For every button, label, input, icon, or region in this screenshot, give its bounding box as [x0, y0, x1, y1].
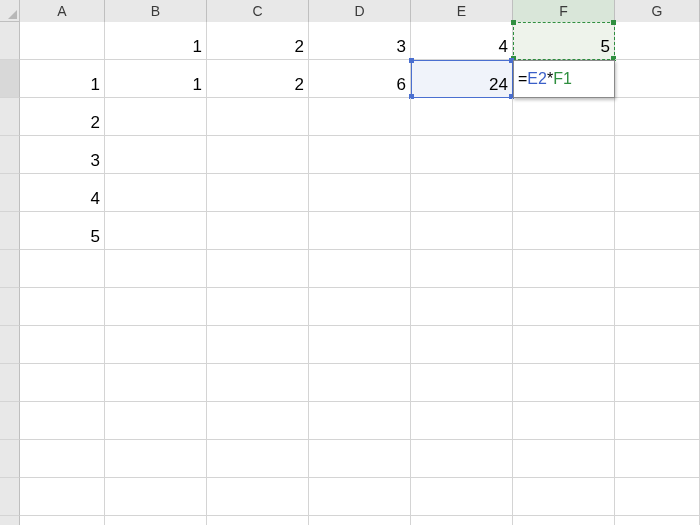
cell-C9[interactable] — [207, 326, 309, 364]
cell-G4[interactable] — [615, 136, 700, 174]
cell-A9[interactable] — [20, 326, 105, 364]
cell-E13[interactable] — [411, 478, 513, 516]
col-header-G[interactable]: G — [615, 0, 700, 22]
cell-B14[interactable] — [105, 516, 207, 525]
cell-F7[interactable] — [513, 250, 615, 288]
cell-A2[interactable]: 1 — [20, 60, 105, 98]
cell-F13[interactable] — [513, 478, 615, 516]
cell-F5[interactable] — [513, 174, 615, 212]
cell-C5[interactable] — [207, 174, 309, 212]
col-header-F[interactable]: F — [513, 0, 615, 22]
select-all-corner[interactable] — [0, 0, 20, 22]
cell-A7[interactable] — [20, 250, 105, 288]
cell-B10[interactable] — [105, 364, 207, 402]
formula-input[interactable]: =E2*F1 — [518, 71, 572, 87]
row-header-13[interactable] — [0, 478, 20, 516]
col-header-B[interactable]: B — [105, 0, 207, 22]
cell-D14[interactable] — [309, 516, 411, 525]
cell-E14[interactable] — [411, 516, 513, 525]
cell-G13[interactable] — [615, 478, 700, 516]
cell-G14[interactable] — [615, 516, 700, 525]
cell-E11[interactable] — [411, 402, 513, 440]
cell-D1[interactable]: 3 — [309, 22, 411, 60]
cell-B3[interactable] — [105, 98, 207, 136]
col-header-D[interactable]: D — [309, 0, 411, 22]
row-header-14[interactable] — [0, 516, 20, 525]
cell-F4[interactable] — [513, 136, 615, 174]
cell-D6[interactable] — [309, 212, 411, 250]
cell-F9[interactable] — [513, 326, 615, 364]
cell-E5[interactable] — [411, 174, 513, 212]
cell-E3[interactable] — [411, 98, 513, 136]
cell-D11[interactable] — [309, 402, 411, 440]
cell-B4[interactable] — [105, 136, 207, 174]
row-header-11[interactable] — [0, 402, 20, 440]
cell-C3[interactable] — [207, 98, 309, 136]
cell-G11[interactable] — [615, 402, 700, 440]
cell-C10[interactable] — [207, 364, 309, 402]
cell-C2[interactable]: 2 — [207, 60, 309, 98]
cell-B7[interactable] — [105, 250, 207, 288]
cell-G5[interactable] — [615, 174, 700, 212]
row-header-9[interactable] — [0, 326, 20, 364]
cell-D5[interactable] — [309, 174, 411, 212]
row-header-10[interactable] — [0, 364, 20, 402]
cell-D8[interactable] — [309, 288, 411, 326]
cell-C6[interactable] — [207, 212, 309, 250]
cell-F6[interactable] — [513, 212, 615, 250]
cell-E8[interactable] — [411, 288, 513, 326]
row-header-7[interactable] — [0, 250, 20, 288]
cell-G6[interactable] — [615, 212, 700, 250]
cell-F2-editing[interactable]: =E2*F1 — [513, 60, 615, 98]
cell-D9[interactable] — [309, 326, 411, 364]
cell-A13[interactable] — [20, 478, 105, 516]
cell-G10[interactable] — [615, 364, 700, 402]
row-header-2[interactable] — [0, 60, 20, 98]
cell-F3[interactable] — [513, 98, 615, 136]
col-header-C[interactable]: C — [207, 0, 309, 22]
cell-E6[interactable] — [411, 212, 513, 250]
cell-E12[interactable] — [411, 440, 513, 478]
row-header-8[interactable] — [0, 288, 20, 326]
cell-B9[interactable] — [105, 326, 207, 364]
cell-B13[interactable] — [105, 478, 207, 516]
cell-E9[interactable] — [411, 326, 513, 364]
cell-A1[interactable] — [20, 22, 105, 60]
cell-A4[interactable]: 3 — [20, 136, 105, 174]
cell-F8[interactable] — [513, 288, 615, 326]
cell-E10[interactable] — [411, 364, 513, 402]
cell-C13[interactable] — [207, 478, 309, 516]
cell-G7[interactable] — [615, 250, 700, 288]
cell-A5[interactable]: 4 — [20, 174, 105, 212]
cell-A8[interactable] — [20, 288, 105, 326]
cell-D4[interactable] — [309, 136, 411, 174]
cell-D10[interactable] — [309, 364, 411, 402]
cell-E2[interactable]: 24 — [411, 60, 513, 98]
cell-B12[interactable] — [105, 440, 207, 478]
row-header-4[interactable] — [0, 136, 20, 174]
cell-B6[interactable] — [105, 212, 207, 250]
col-header-E[interactable]: E — [411, 0, 513, 22]
cell-C4[interactable] — [207, 136, 309, 174]
cell-D12[interactable] — [309, 440, 411, 478]
cell-C8[interactable] — [207, 288, 309, 326]
cell-G12[interactable] — [615, 440, 700, 478]
row-header-12[interactable] — [0, 440, 20, 478]
cell-D7[interactable] — [309, 250, 411, 288]
cell-F10[interactable] — [513, 364, 615, 402]
cell-F12[interactable] — [513, 440, 615, 478]
cell-C7[interactable] — [207, 250, 309, 288]
cell-B8[interactable] — [105, 288, 207, 326]
cell-F14[interactable] — [513, 516, 615, 525]
cell-D13[interactable] — [309, 478, 411, 516]
cell-B11[interactable] — [105, 402, 207, 440]
row-header-1[interactable] — [0, 22, 20, 60]
cell-B2[interactable]: 1 — [105, 60, 207, 98]
cell-C1[interactable]: 2 — [207, 22, 309, 60]
row-header-6[interactable] — [0, 212, 20, 250]
row-header-5[interactable] — [0, 174, 20, 212]
cell-C12[interactable] — [207, 440, 309, 478]
cell-D2[interactable]: 6 — [309, 60, 411, 98]
cell-A14[interactable] — [20, 516, 105, 525]
cell-F1[interactable]: 5 — [513, 22, 615, 60]
